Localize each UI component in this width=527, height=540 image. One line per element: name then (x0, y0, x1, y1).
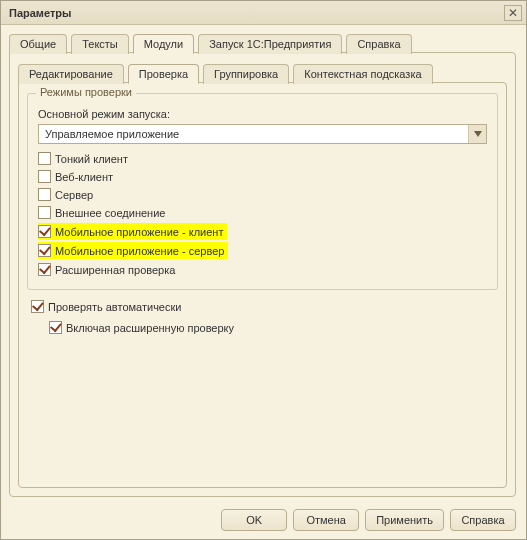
inner-tabs: Редактирование Проверка Группировка Конт… (18, 63, 507, 83)
checkbox-check-auto[interactable] (31, 300, 44, 313)
main-mode-label: Основной режим запуска: (38, 108, 487, 120)
tab-texts[interactable]: Тексты (71, 34, 129, 54)
tab-general-label: Общие (20, 38, 56, 50)
checkrow-web-client[interactable]: Веб-клиент (38, 168, 487, 185)
inner-tab-check[interactable]: Проверка (128, 64, 199, 84)
checkrow-extended-check[interactable]: Расширенная проверка (38, 261, 487, 278)
including-extended-label: Включая расширенную проверку (66, 322, 234, 334)
inner-tab-check-label: Проверка (139, 68, 188, 80)
tab-help-label: Справка (357, 38, 400, 50)
checkbox-thin-client[interactable] (38, 152, 51, 165)
help-button-label: Справка (461, 514, 504, 526)
checkrow-external-conn[interactable]: Внешнее соединение (38, 204, 487, 221)
inner-tab-context-hint-label: Контекстная подсказка (304, 68, 421, 80)
checkrow-server[interactable]: Сервер (38, 186, 487, 203)
tab-modules[interactable]: Модули (133, 34, 194, 54)
titlebar: Параметры ✕ (1, 1, 526, 25)
inner-tab-grouping-label: Группировка (214, 68, 278, 80)
tab-texts-label: Тексты (82, 38, 118, 50)
checkrow-including-extended[interactable]: Включая расширенную проверку (49, 319, 498, 336)
close-button[interactable]: ✕ (504, 5, 522, 21)
chevron-down-icon[interactable] (468, 125, 486, 143)
checkbox-including-extended[interactable] (49, 321, 62, 334)
cancel-button[interactable]: Отмена (293, 509, 359, 531)
parameters-window: Параметры ✕ Общие Тексты Модули Запуск 1… (0, 0, 527, 540)
checkrow-thin-client[interactable]: Тонкий клиент (38, 150, 487, 167)
external-conn-label: Внешнее соединение (55, 207, 165, 219)
mobile-client-label: Мобильное приложение - клиент (55, 226, 223, 238)
checkbox-mobile-server[interactable] (38, 244, 51, 257)
apply-button[interactable]: Применить (365, 509, 444, 531)
checkrow-mobile-client[interactable]: Мобильное приложение - клиент (38, 223, 227, 240)
ok-button[interactable]: OK (221, 509, 287, 531)
extended-check-label: Расширенная проверка (55, 264, 175, 276)
button-bar: OK Отмена Применить Справка (1, 501, 526, 539)
server-label: Сервер (55, 189, 93, 201)
checkrow-check-auto[interactable]: Проверять автоматически (31, 298, 498, 315)
inner-tab-editing-label: Редактирование (29, 68, 113, 80)
checkbox-server[interactable] (38, 188, 51, 201)
check-modes-legend: Режимы проверки (36, 86, 136, 98)
checkbox-web-client[interactable] (38, 170, 51, 183)
content-area: Общие Тексты Модули Запуск 1С:Предприяти… (1, 25, 526, 501)
help-button[interactable]: Справка (450, 509, 516, 531)
tab-launch-label: Запуск 1С:Предприятия (209, 38, 331, 50)
apply-button-label: Применить (376, 514, 433, 526)
main-mode-select[interactable]: Управляемое приложение (38, 124, 487, 144)
inner-tab-grouping[interactable]: Группировка (203, 64, 289, 84)
tab-general[interactable]: Общие (9, 34, 67, 54)
main-mode-value: Управляемое приложение (39, 125, 468, 143)
window-title: Параметры (9, 7, 71, 19)
checkbox-external-conn[interactable] (38, 206, 51, 219)
check-panel: Режимы проверки Основной режим запуска: … (18, 82, 507, 488)
cancel-button-label: Отмена (306, 514, 345, 526)
check-auto-label: Проверять автоматически (48, 301, 181, 313)
close-icon: ✕ (508, 7, 518, 19)
tab-modules-label: Модули (144, 38, 183, 50)
web-client-label: Веб-клиент (55, 171, 113, 183)
inner-tab-context-hint[interactable]: Контекстная подсказка (293, 64, 432, 84)
checkrow-mobile-server[interactable]: Мобильное приложение - сервер (38, 242, 228, 259)
ok-button-label: OK (246, 514, 262, 526)
check-modes-fieldset: Режимы проверки Основной режим запуска: … (27, 93, 498, 290)
thin-client-label: Тонкий клиент (55, 153, 128, 165)
inner-tab-editing[interactable]: Редактирование (18, 64, 124, 84)
tab-help[interactable]: Справка (346, 34, 411, 54)
mobile-server-label: Мобильное приложение - сервер (55, 245, 224, 257)
checkbox-extended-check[interactable] (38, 263, 51, 276)
checkbox-mobile-client[interactable] (38, 225, 51, 238)
modules-panel: Редактирование Проверка Группировка Конт… (9, 52, 516, 497)
tab-launch[interactable]: Запуск 1С:Предприятия (198, 34, 342, 54)
main-tabs: Общие Тексты Модули Запуск 1С:Предприяти… (9, 33, 516, 53)
